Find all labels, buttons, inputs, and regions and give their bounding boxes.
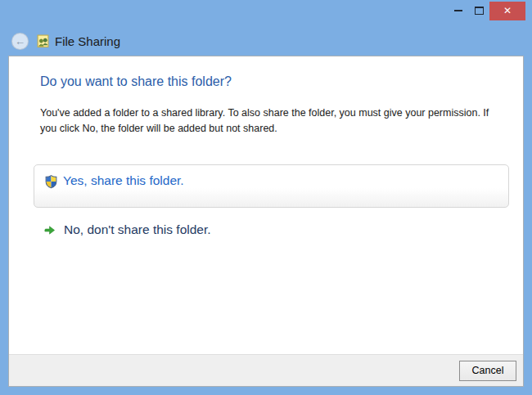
maximize-button[interactable]: [470, 3, 488, 18]
back-button[interactable]: ←: [11, 33, 29, 50]
uac-shield-icon: [44, 174, 58, 189]
close-button[interactable]: ✕: [489, 2, 525, 20]
back-arrow-icon: ←: [15, 36, 25, 47]
no-option-label: No, don't share this folder.: [64, 222, 211, 237]
minimize-icon: [454, 10, 462, 11]
yes-share-folder-button[interactable]: Yes, share this folder.: [34, 164, 509, 208]
no-share-folder-link[interactable]: No, don't share this folder.: [43, 220, 211, 240]
file-sharing-window: ✕ ← File Sharing Do you want to share th…: [0, 0, 532, 395]
cancel-button[interactable]: Cancel: [459, 361, 516, 381]
dialog-footer: Cancel: [9, 354, 523, 386]
yes-option-label: Yes, share this folder.: [63, 173, 184, 188]
dialog-heading: Do you want to share this folder?: [40, 74, 232, 89]
dialog-body-text: You've added a folder to a shared librar…: [40, 105, 505, 137]
minimize-button[interactable]: [449, 3, 467, 18]
dialog-panel: Do you want to share this folder? You've…: [8, 56, 524, 387]
page-title: File Sharing: [55, 34, 120, 48]
green-arrow-icon: [43, 224, 56, 236]
maximize-icon: [475, 7, 484, 15]
close-icon: ✕: [503, 5, 512, 16]
nav-header: ← File Sharing: [0, 29, 120, 52]
file-sharing-icon: [36, 34, 50, 48]
